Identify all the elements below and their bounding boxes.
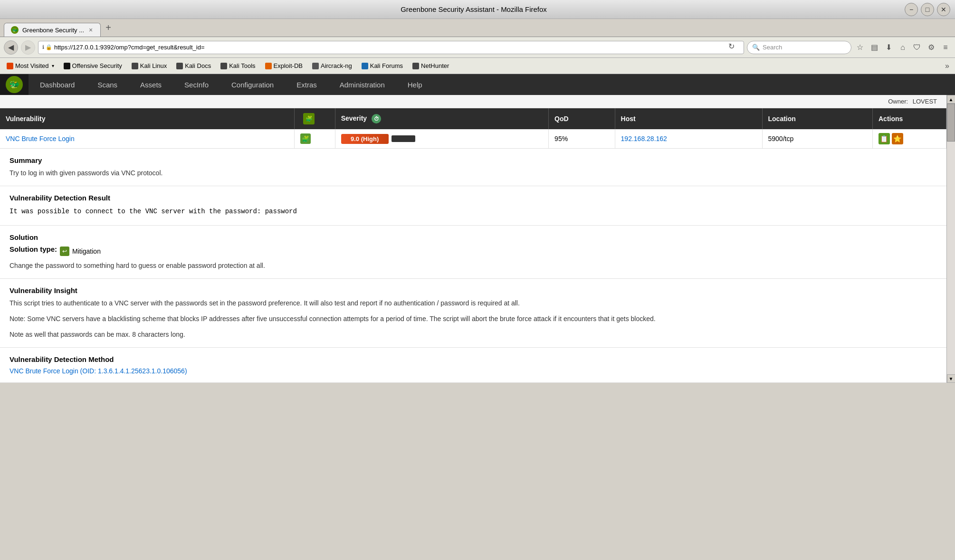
vuln-qod-cell: 95% xyxy=(549,129,615,149)
maximize-button[interactable]: □ xyxy=(921,3,934,16)
kali-tools-icon xyxy=(220,63,227,69)
action-icons: 📋 ⭐ xyxy=(879,133,940,144)
download-icon[interactable]: ⬇ xyxy=(883,42,894,53)
bookmark-kali-linux[interactable]: Kali Linux xyxy=(128,61,171,70)
new-tab-button[interactable]: + xyxy=(101,22,116,33)
nav-assets[interactable]: Assets xyxy=(129,74,173,95)
url-security-icons: ℹ 🔒 xyxy=(42,44,52,50)
insight-para2: Note: Some VNC servers have a blacklisti… xyxy=(10,314,937,324)
detection-result-text: It was possible to connect to the VNC se… xyxy=(10,206,937,218)
back-button[interactable]: ◀ xyxy=(4,40,18,55)
bookmark-label: Kali Docs xyxy=(185,62,211,69)
home-icon[interactable]: ⌂ xyxy=(897,42,908,53)
col-header-actions: Actions xyxy=(872,108,946,129)
exploit-db-icon xyxy=(265,63,272,69)
bookmark-label: Exploit-DB xyxy=(274,62,303,69)
bookmark-exploit-db[interactable]: Exploit-DB xyxy=(261,61,306,70)
bookmark-label: Most Visited xyxy=(15,62,49,69)
insight-section: Vulnerability Insight This script tries … xyxy=(0,279,946,348)
bookmark-label: Kali Linux xyxy=(140,62,167,69)
vuln-host-cell: 192.168.28.162 xyxy=(615,129,762,149)
bookmark-nethunter[interactable]: NetHunter xyxy=(409,61,453,70)
more-bookmarks-icon[interactable]: » xyxy=(942,62,952,70)
severity-pill: 9.0 (High) xyxy=(341,134,389,144)
action-details-icon[interactable]: 📋 xyxy=(879,133,890,144)
active-tab[interactable]: 🐲 Greenbone Security ... × xyxy=(4,23,101,37)
nav-configuration[interactable]: Configuration xyxy=(220,74,285,95)
owner-bar: Owner: LOVEST xyxy=(0,95,946,108)
title-bar: Greenbone Security Assistant - Mozilla F… xyxy=(0,0,955,19)
dropdown-arrow-icon: ▾ xyxy=(52,63,54,68)
tab-favicon: 🐲 xyxy=(11,26,19,34)
bookmark-aircrack[interactable]: Aircrack-ng xyxy=(308,61,356,70)
close-button[interactable]: ✕ xyxy=(937,3,950,16)
col-header-vulnerability: Vulnerability xyxy=(0,108,295,129)
puzzle-filter-icon[interactable]: 🧩 xyxy=(303,113,315,124)
bookmark-kali-tools[interactable]: Kali Tools xyxy=(217,61,259,70)
nav-secinfo[interactable]: SecInfo xyxy=(173,74,220,95)
nav-administration[interactable]: Administration xyxy=(328,74,396,95)
minimize-button[interactable]: − xyxy=(905,3,918,16)
aircrack-icon xyxy=(312,63,319,69)
bookmark-kali-docs[interactable]: Kali Docs xyxy=(172,61,215,70)
shield-icon[interactable]: 🛡 xyxy=(911,42,923,53)
summary-title: Summary xyxy=(10,156,937,164)
kali-docs-icon xyxy=(176,63,183,69)
tab-bar: 🐲 Greenbone Security ... × + xyxy=(0,19,955,37)
detection-method-link[interactable]: VNC Brute Force Login (OID: 1.3.6.1.4.1.… xyxy=(10,367,187,375)
clock-icon[interactable]: ⏱ xyxy=(372,114,381,123)
tab-close-button[interactable]: × xyxy=(88,26,94,34)
nav-scans[interactable]: Scans xyxy=(86,74,129,95)
scroll-thumb[interactable] xyxy=(947,104,955,142)
bookmark-label: Kali Forums xyxy=(370,62,403,69)
vuln-name-cell: VNC Brute Force Login xyxy=(0,129,295,149)
menu-icon[interactable]: ≡ xyxy=(940,42,951,53)
app-nav: 🐲 Dashboard Scans Assets SecInfo Configu… xyxy=(0,74,955,95)
solution-type-value: Mitigation xyxy=(72,247,101,255)
owner-label: Owner: xyxy=(888,98,908,105)
nav-dashboard[interactable]: Dashboard xyxy=(29,74,86,95)
main-content: Owner: LOVEST Vulnerability 🧩 Severity ⏱ xyxy=(0,95,946,383)
nav-extras[interactable]: Extras xyxy=(285,74,328,95)
action-star-icon[interactable]: ⭐ xyxy=(892,133,903,144)
bookmarks-icon[interactable]: ▤ xyxy=(869,42,880,53)
detection-method-title: Vulnerability Detection Method xyxy=(10,355,937,363)
scrollbar: ▲ ▼ xyxy=(946,95,955,383)
detection-result-title: Vulnerability Detection Result xyxy=(10,194,937,202)
vuln-puzzle-icon[interactable]: 🧩 xyxy=(300,133,311,144)
bookmark-offensive-security[interactable]: Offensive Security xyxy=(60,61,126,70)
vuln-location-cell: 5900/tcp xyxy=(762,129,872,149)
kali-forums-icon xyxy=(362,63,368,69)
summary-text: Try to log in with given passwords via V… xyxy=(10,168,937,178)
nav-help[interactable]: Help xyxy=(396,74,434,95)
solution-title: Solution xyxy=(10,233,937,241)
vuln-name-link[interactable]: VNC Brute Force Login xyxy=(6,135,75,142)
search-placeholder: Search xyxy=(763,44,782,51)
vuln-actions-cell: 📋 ⭐ xyxy=(872,129,946,149)
scroll-down-arrow[interactable]: ▼ xyxy=(947,374,955,383)
window-controls: − □ ✕ xyxy=(905,3,950,16)
url-text: https://127.0.0.1:9392/omp?cmd=get_resul… xyxy=(54,44,726,51)
url-bar[interactable]: ℹ 🔒 https://127.0.0.1:9392/omp?cmd=get_r… xyxy=(38,41,744,54)
severity-progress-bar xyxy=(392,135,415,142)
scroll-track[interactable] xyxy=(947,104,955,374)
forward-button[interactable]: ▶ xyxy=(21,40,35,55)
col-header-puzzle: 🧩 xyxy=(295,108,335,129)
extensions-icon[interactable]: ⚙ xyxy=(926,42,937,53)
detection-result-section: Vulnerability Detection Result It was po… xyxy=(0,186,946,226)
bookmark-kali-forums[interactable]: Kali Forums xyxy=(358,61,407,70)
bookmark-label: NetHunter xyxy=(421,62,449,69)
bookmark-most-visited[interactable]: Most Visited ▾ xyxy=(3,61,58,70)
host-link[interactable]: 192.168.28.162 xyxy=(621,135,667,142)
star-icon[interactable]: ☆ xyxy=(854,42,866,53)
search-bar[interactable]: 🔍 Search xyxy=(747,41,851,54)
col-header-host: Host xyxy=(615,108,762,129)
solution-type-label: Solution type: xyxy=(10,245,57,253)
scroll-up-arrow[interactable]: ▲ xyxy=(947,95,955,104)
col-header-qod: QoD xyxy=(549,108,615,129)
detection-method-link-row: VNC Brute Force Login (OID: 1.3.6.1.4.1.… xyxy=(10,367,937,375)
solution-type-row: Solution type: ↩ Mitigation xyxy=(10,245,937,257)
bookmark-label: Aircrack-ng xyxy=(321,62,352,69)
reload-button[interactable]: ↻ xyxy=(728,42,740,53)
owner-value: LOVEST xyxy=(913,98,937,105)
